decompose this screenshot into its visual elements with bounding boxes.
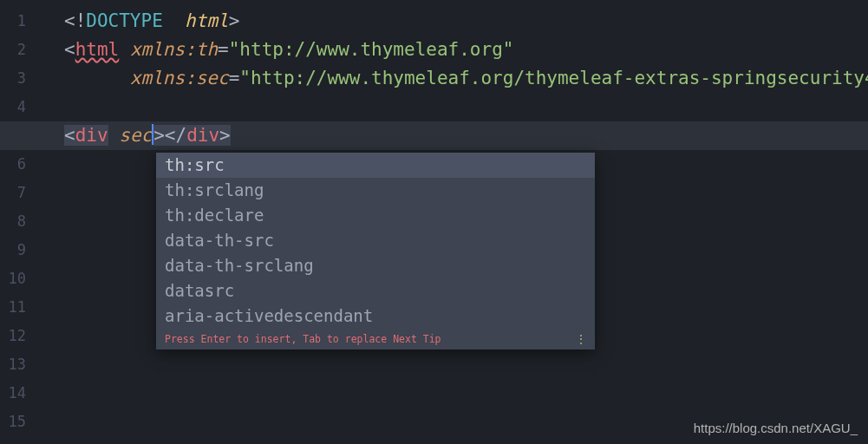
watermark: https://blog.csdn.net/XAGU_ xyxy=(694,421,858,435)
line-number: 9 xyxy=(0,236,43,264)
text-cursor xyxy=(152,124,153,145)
more-icon[interactable]: ⋮ xyxy=(575,329,586,349)
popup-next-tip[interactable]: Next Tip xyxy=(393,333,441,345)
line-number: 12 xyxy=(0,322,43,350)
code-line[interactable] xyxy=(64,379,868,408)
code-area[interactable]: <!DOCTYPE html> <html xmlns:th="http://w… xyxy=(43,0,868,444)
popup-hint: Press Enter to insert, Tab to replace xyxy=(165,333,387,345)
code-line[interactable] xyxy=(64,350,868,379)
code-line-active[interactable]: <div sec></div> xyxy=(0,121,868,150)
line-number: 11 xyxy=(0,293,43,322)
line-number: 13 xyxy=(0,350,43,379)
autocomplete-item[interactable]: th:srclang xyxy=(156,178,595,203)
line-number: 3 xyxy=(0,64,43,93)
autocomplete-item[interactable]: th:declare xyxy=(156,203,595,228)
autocomplete-item[interactable]: th:src xyxy=(156,153,595,178)
code-line[interactable] xyxy=(64,93,868,121)
line-number: 4 xyxy=(0,93,43,121)
line-number: 14 xyxy=(0,379,43,408)
line-number: 8 xyxy=(0,207,43,236)
popup-footer: Press Enter to insert, Tab to replace Ne… xyxy=(156,329,595,349)
line-number: 7 xyxy=(0,179,43,207)
line-number: 10 xyxy=(0,264,43,293)
line-gutter: 1 2 3 4 5 6 7 8 9 10 11 12 13 14 15 xyxy=(0,0,43,444)
line-number: 6 xyxy=(0,150,43,179)
autocomplete-item[interactable]: datasrc xyxy=(156,278,595,304)
autocomplete-item[interactable]: aria-activedescendant xyxy=(156,304,595,329)
autocomplete-popup[interactable]: th:srcth:srclangth:declaredata-th-srcdat… xyxy=(156,153,595,349)
autocomplete-item[interactable]: data-th-srclang xyxy=(156,253,595,278)
line-number: 1 xyxy=(0,7,43,36)
autocomplete-item[interactable]: data-th-src xyxy=(156,228,595,253)
line-number: 15 xyxy=(0,408,43,436)
code-line[interactable]: <html xmlns:th="http://www.thymeleaf.org… xyxy=(64,36,868,64)
code-editor[interactable]: 1 2 3 4 5 6 7 8 9 10 11 12 13 14 15 <!DO… xyxy=(0,0,868,444)
code-line[interactable]: <!DOCTYPE html> xyxy=(64,7,868,36)
line-number: 2 xyxy=(0,36,43,64)
code-line[interactable]: xmlns:sec="http://www.thymeleaf.org/thym… xyxy=(64,64,868,93)
